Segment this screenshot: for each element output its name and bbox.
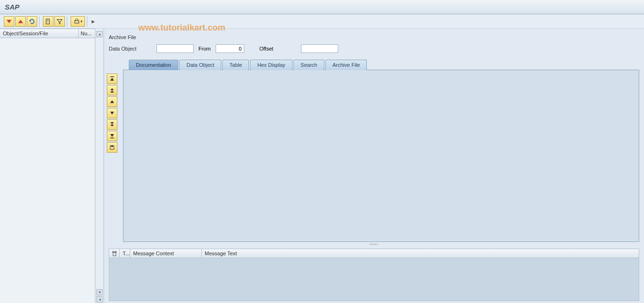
find-button[interactable] — [43, 16, 53, 27]
tab-documentation[interactable]: Documentation — [129, 60, 178, 70]
svg-rect-9 — [113, 252, 116, 256]
tree-col-object[interactable]: Object/Session/File — [0, 29, 79, 38]
last-page-button[interactable] — [107, 131, 117, 141]
msg-col-text[interactable]: Message Text — [202, 249, 639, 258]
svg-rect-10 — [113, 251, 116, 252]
svg-rect-8 — [111, 146, 113, 147]
tab-hex-display[interactable]: Hex Display — [250, 60, 292, 70]
svg-rect-6 — [110, 138, 114, 139]
refresh-button[interactable] — [27, 16, 37, 27]
first-page-button[interactable] — [107, 73, 117, 84]
from-label: From — [198, 46, 211, 52]
offset-label: Offset — [260, 46, 273, 52]
line-up-button[interactable] — [107, 96, 117, 107]
offset-input[interactable] — [301, 44, 338, 53]
delete-message-button[interactable] — [109, 249, 120, 258]
expand-all-button[interactable] — [4, 16, 14, 27]
msg-col-type[interactable]: T... — [120, 249, 130, 258]
save-button[interactable] — [107, 142, 117, 153]
message-body[interactable] — [109, 258, 639, 301]
msg-col-context[interactable]: Message Context — [130, 249, 202, 258]
tab-area: Documentation Data Object Table Hex Disp… — [123, 59, 639, 242]
header-fields: Archive File Data Object From Offset — [104, 29, 644, 54]
vertical-splitter[interactable]: ▴ ▾ ◂ — [95, 29, 104, 303]
from-input[interactable] — [216, 44, 244, 53]
tab-strip: Documentation Data Object Table Hex Disp… — [123, 59, 639, 70]
scroll-left-icon[interactable]: ◂ — [96, 296, 103, 303]
content-row: Documentation Data Object Table Hex Disp… — [104, 54, 644, 242]
tree-col-number[interactable]: Nu... — [79, 29, 95, 38]
page-down-button[interactable] — [107, 119, 117, 130]
vertical-nav-buttons — [107, 59, 120, 242]
toolbar-more-icon[interactable]: ▶ — [91, 16, 95, 27]
app-title: SAP — [5, 3, 20, 11]
svg-rect-3 — [74, 21, 79, 23]
collapse-all-button[interactable] — [15, 16, 26, 27]
app-toolbar: ▾ ▶ — [0, 14, 644, 29]
line-down-button[interactable] — [107, 108, 117, 118]
data-object-input[interactable] — [156, 44, 194, 53]
tab-table[interactable]: Table — [222, 60, 249, 70]
svg-rect-5 — [110, 76, 114, 77]
tab-data-object[interactable]: Data Object — [179, 60, 221, 70]
page-up-button[interactable] — [107, 85, 117, 95]
tree-header: Object/Session/File Nu... — [0, 29, 95, 38]
tab-archive-file[interactable]: Archive File — [325, 60, 367, 70]
main-area: Object/Session/File Nu... ▴ ▾ ◂ Archive … — [0, 29, 644, 303]
navigation-tree: Object/Session/File Nu... — [0, 29, 95, 303]
filter-button[interactable] — [54, 16, 65, 27]
data-object-label: Data Object — [109, 46, 152, 52]
tab-content-area — [123, 70, 639, 242]
message-area: T... Message Context Message Text — [104, 246, 644, 303]
horizontal-splitter[interactable]: ▪▪▪▪▪ — [104, 242, 644, 246]
content-panel: Archive File Data Object From Offset — [104, 29, 644, 303]
print-button[interactable]: ▾ — [71, 16, 85, 27]
separator — [87, 16, 89, 27]
separator — [39, 16, 41, 27]
scroll-down-icon[interactable]: ▾ — [96, 289, 103, 295]
tab-search[interactable]: Search — [293, 60, 324, 70]
scroll-up-icon[interactable]: ▴ — [96, 31, 103, 37]
title-bar: SAP — [0, 0, 644, 14]
tree-body[interactable] — [0, 38, 95, 303]
separator — [67, 16, 69, 27]
message-header: T... Message Context Message Text — [109, 249, 639, 258]
archive-file-label: Archive File — [109, 34, 152, 40]
